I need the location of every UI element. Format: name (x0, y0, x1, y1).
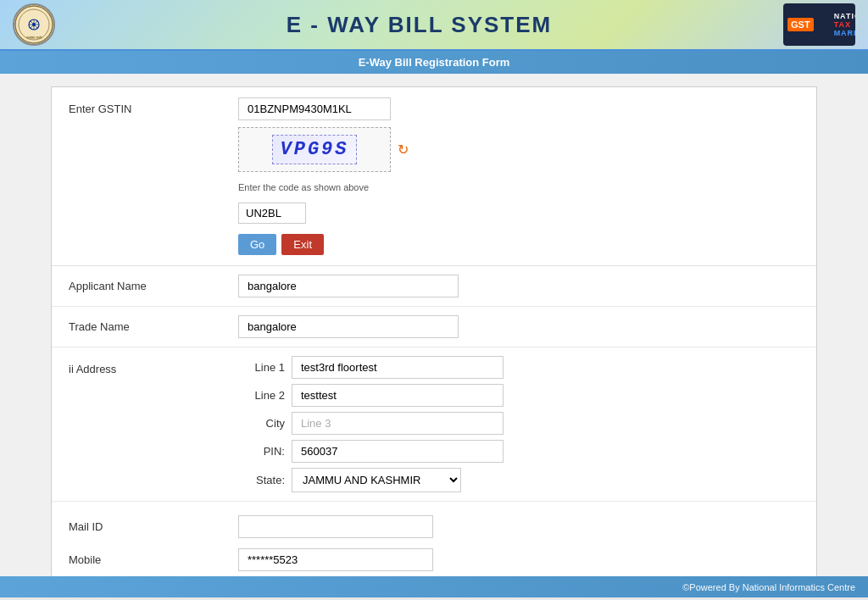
sub-header: E-Way Bill Registration Form (0, 51, 868, 74)
captcha-code: VPG9S (272, 135, 356, 164)
captcha-hint: Enter the code as shown above (238, 182, 409, 192)
address-line1-input[interactable] (292, 356, 504, 379)
svg-text:सत्यमेव जयते: सत्यमेव जयते (25, 36, 42, 40)
captcha-row: VPG9S ↻ (238, 127, 409, 172)
trade-name-input[interactable] (238, 315, 459, 338)
page-footer: ©Powered By National Informatics Centre (0, 576, 868, 597)
ntm-text: NATION TAX MARKET (834, 12, 855, 37)
contact-section: Mail ID Mobile (52, 502, 816, 576)
gstin-input[interactable] (238, 97, 391, 120)
trade-name-row: Trade Name (52, 307, 816, 347)
address-line2-input[interactable] (292, 384, 504, 407)
mail-id-label: Mail ID (69, 520, 238, 533)
gstin-section: Enter GSTIN VPG9S ↻ Enter the code as sh… (52, 87, 816, 266)
address-line2-row: Line 2 (238, 384, 504, 407)
city-label: City (238, 417, 285, 430)
action-buttons: Go Exit (238, 234, 409, 255)
refresh-captcha-icon[interactable]: ↻ (398, 142, 409, 158)
mobile-row: Mobile (69, 543, 799, 576)
app-title: E - WAY BILL SYSTEM (55, 12, 783, 38)
address-city-row: City (238, 412, 504, 435)
page-header: सत्यमेव जयते E - WAY BILL SYSTEM GST NAT… (0, 0, 868, 51)
address-city-input[interactable] (292, 412, 504, 435)
address-line1-row: Line 1 (238, 356, 504, 379)
sub-header-title: E-Way Bill Registration Form (359, 56, 510, 69)
footer-text: ©Powered By National Informatics Centre (682, 582, 855, 592)
exit-button[interactable]: Exit (281, 234, 324, 255)
gstin-label: Enter GSTIN (69, 97, 238, 115)
go-button[interactable]: Go (238, 234, 276, 255)
gstin-input-group: VPG9S ↻ Enter the code as shown above Go… (238, 97, 409, 255)
address-label: ii Address (69, 356, 238, 492)
address-fields: Line 1 Line 2 City PIN: State: (238, 356, 504, 492)
state-label: State: (238, 474, 285, 486)
line2-label: Line 2 (238, 389, 285, 402)
applicant-name-row: Applicant Name (52, 266, 816, 307)
govt-logo: सत्यमेव जयते (13, 3, 55, 46)
registration-form: Enter GSTIN VPG9S ↻ Enter the code as sh… (51, 86, 817, 576)
mobile-label: Mobile (69, 553, 238, 566)
applicant-name-label: Applicant Name (69, 280, 238, 292)
nation-tax-market-logo: GST NATION TAX MARKET (783, 3, 855, 46)
mobile-input[interactable] (238, 548, 433, 571)
captcha-input[interactable] (238, 203, 306, 224)
address-section: ii Address Line 1 Line 2 City PIN: (52, 347, 816, 502)
mail-id-input[interactable] (238, 515, 433, 538)
applicant-name-input[interactable] (238, 275, 459, 297)
address-pin-row: PIN: (238, 440, 504, 463)
pin-label: PIN: (238, 445, 285, 458)
mail-id-row: Mail ID (69, 510, 799, 543)
address-pin-input[interactable] (292, 440, 504, 463)
line1-label: Line 1 (238, 361, 285, 374)
state-select[interactable]: JAMMU AND KASHMIR DELHI MAHARASHTRA KARN… (292, 468, 461, 492)
trade-name-label: Trade Name (69, 320, 238, 333)
address-state-row: State: JAMMU AND KASHMIR DELHI MAHARASHT… (238, 468, 504, 492)
main-content: Enter GSTIN VPG9S ↻ Enter the code as sh… (0, 74, 868, 576)
gst-badge: GST (787, 18, 814, 31)
captcha-image: VPG9S (238, 127, 391, 172)
